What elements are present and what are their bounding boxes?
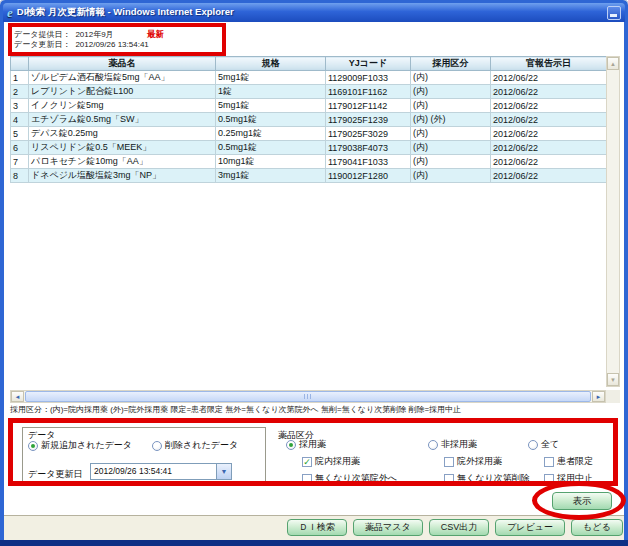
preview-button[interactable]: プレビュー xyxy=(495,519,565,536)
title-bar: e DI検索 月次更新情報 - Windows Internet Explore… xyxy=(3,3,625,22)
cell-notice-date: 2012/06/22 xyxy=(491,127,607,141)
scrollbar-corner xyxy=(606,390,620,403)
column-header-class[interactable]: 採用区分 xyxy=(411,57,491,71)
table-row[interactable]: 3イノクリン錠5mg5mg1錠1179012F1142(内)2012/06/22 xyxy=(11,99,607,113)
checkbox-icon xyxy=(302,474,312,484)
di-search-button[interactable]: ＤＩ検索 xyxy=(287,519,347,536)
cell-adoption-class: (内) xyxy=(411,71,491,85)
cell-spec: 10mg1錠 xyxy=(216,155,326,169)
data-provided-value: 2012年9月 xyxy=(75,30,113,39)
radio-label: 採用薬 xyxy=(299,438,326,451)
column-header-yjcode[interactable]: YJコード xyxy=(326,57,411,71)
row-number: 7 xyxy=(11,155,29,169)
scroll-down-button[interactable]: ▼ xyxy=(607,373,619,386)
cell-notice-date: 2012/06/22 xyxy=(491,155,607,169)
table-row[interactable]: 6リスペリドン錠0.5「MEEK」0.5mg1錠1179038F4073(内)2… xyxy=(11,141,607,155)
cell-yj-code: 1179012F1142 xyxy=(326,99,411,113)
table-row[interactable]: 4エチゾラム錠0.5mg「SW」0.5mg1錠1179025F1239(内) (… xyxy=(11,113,607,127)
adoption-class-legend: 採用区分：(内)=院内採用薬 (外)=院外採用薬 限定=患者限定 無外=無くなり… xyxy=(10,404,616,415)
category-radio-option[interactable]: 採用薬 xyxy=(286,438,397,451)
cell-notice-date: 2012/06/22 xyxy=(491,169,607,183)
checkbox-icon xyxy=(444,457,454,467)
cell-adoption-class: (内) xyxy=(411,169,491,183)
category-checkbox-option[interactable]: 無くなり次第院外へ xyxy=(302,472,397,485)
left-arrow-icon: ◄ xyxy=(15,394,21,400)
row-number: 8 xyxy=(11,169,29,183)
horizontal-scrollbar[interactable]: ◄ ► xyxy=(10,390,606,403)
cell-adoption-class: (内) (外) xyxy=(411,113,491,127)
table-row[interactable]: 8ドネペジル塩酸塩錠3mg「NP」3mg1錠1190012F1280(内)201… xyxy=(11,169,607,183)
category-radio-option[interactable]: 全て xyxy=(528,438,593,451)
cell-yj-code: 1179025F3029 xyxy=(326,127,411,141)
data-updated-line: データ更新日：2012/09/26 13:54:41 xyxy=(14,39,149,50)
data-radio-group: 新規追加されたデータ削除されたデータ xyxy=(28,439,238,452)
category-checkbox-option[interactable]: 患者限定 xyxy=(544,455,593,468)
scroll-right-button[interactable]: ► xyxy=(592,391,605,402)
scroll-up-button[interactable]: ▲ xyxy=(607,57,619,70)
down-arrow-icon: ▼ xyxy=(610,377,616,383)
vertical-scrollbar[interactable]: ▲ ▼ xyxy=(606,56,620,387)
cell-adoption-class: (内) xyxy=(411,155,491,169)
column-header-date[interactable]: 官報告示日 xyxy=(491,57,607,71)
category-column-not-adopted: 非採用薬院外採用薬無くなり次第削除 xyxy=(428,438,530,485)
table-row[interactable]: 5デパス錠0.25mg0.25mg1錠1179025F3029(内)2012/0… xyxy=(11,127,607,141)
cell-drug-name: パロキセチン錠10mg「AA」 xyxy=(29,155,216,169)
back-button[interactable]: もどる xyxy=(571,519,623,536)
cell-yj-code: 1179038F4073 xyxy=(326,141,411,155)
drug-master-button[interactable]: 薬品マスタ xyxy=(353,519,423,536)
combobox-dropdown-button[interactable]: ▼ xyxy=(216,464,231,479)
footer-buttons: ＤＩ検索薬品マスタCSV出力プレビューもどる xyxy=(287,519,623,536)
data-provided-label: データ提供日： xyxy=(14,30,70,39)
row-number: 3 xyxy=(11,99,29,113)
csv-export-button[interactable]: CSV出力 xyxy=(429,519,490,536)
category-checkbox-option[interactable]: 無くなり次第削除 xyxy=(444,472,530,485)
cell-notice-date: 2012/06/22 xyxy=(491,71,607,85)
row-number-header[interactable] xyxy=(11,57,29,71)
scroll-left-button[interactable]: ◄ xyxy=(11,391,24,402)
cell-spec: 1錠 xyxy=(216,85,326,99)
latest-badge: 最新 xyxy=(147,29,164,41)
up-arrow-icon: ▲ xyxy=(610,61,616,67)
column-header-spec[interactable]: 規格 xyxy=(216,57,326,71)
checkbox-label: 患者限定 xyxy=(557,455,593,468)
minimize-button[interactable] xyxy=(607,6,621,20)
minimize-icon xyxy=(610,14,617,17)
checkbox-icon xyxy=(544,474,554,484)
table-row[interactable]: 2レプリントン配合錠L1001錠1169101F1162(内)2012/06/2… xyxy=(11,85,607,99)
cell-adoption-class: (内) xyxy=(411,99,491,113)
horizontal-scroll-thumb[interactable] xyxy=(25,391,591,402)
chevron-down-icon: ▼ xyxy=(221,468,228,475)
data-radio-option[interactable]: 新規追加されたデータ xyxy=(28,439,132,452)
category-column-adopted: 採用薬✓院内採用薬無くなり次第院外へ xyxy=(286,438,397,485)
category-radio-option[interactable]: 非採用薬 xyxy=(428,438,530,451)
table-row[interactable]: 7パロキセチン錠10mg「AA」10mg1錠1179041F1033(内)201… xyxy=(11,155,607,169)
window-title: DI検索 月次更新情報 - Windows Internet Explorer xyxy=(17,6,603,19)
cell-drug-name: ドネペジル塩酸塩錠3mg「NP」 xyxy=(29,169,216,183)
update-date-label: データ更新日 xyxy=(28,468,82,481)
checkbox-label: 無くなり次第院外へ xyxy=(315,472,397,485)
radio-label: 削除されたデータ xyxy=(165,439,238,452)
data-radio-option[interactable]: 削除されたデータ xyxy=(152,439,238,452)
cell-spec: 5mg1錠 xyxy=(216,71,326,85)
cell-yj-code: 1179041F1033 xyxy=(326,155,411,169)
cell-yj-code: 1129009F1033 xyxy=(326,71,411,85)
cell-spec: 0.25mg1錠 xyxy=(216,127,326,141)
window-bottom-edge xyxy=(0,540,628,546)
cell-adoption-class: (内) xyxy=(411,127,491,141)
cell-spec: 3mg1錠 xyxy=(216,169,326,183)
cell-drug-name: デパス錠0.25mg xyxy=(29,127,216,141)
data-updated-value: 2012/09/26 13:54:41 xyxy=(75,40,148,49)
cell-spec: 0.5mg1錠 xyxy=(216,141,326,155)
cell-drug-name: エチゾラム錠0.5mg「SW」 xyxy=(29,113,216,127)
row-number: 6 xyxy=(11,141,29,155)
cell-notice-date: 2012/06/22 xyxy=(491,99,607,113)
column-header-name[interactable]: 薬品名 xyxy=(29,57,216,71)
checkbox-label: 院内採用薬 xyxy=(315,455,360,468)
update-date-combobox[interactable]: 2012/09/26 13:54:41 ▼ xyxy=(90,463,232,480)
table-row[interactable]: 1ゾルピデム酒石酸塩錠5mg「AA」5mg1錠1129009F1033(内)20… xyxy=(11,71,607,85)
category-checkbox-option[interactable]: ✓院内採用薬 xyxy=(302,455,397,468)
category-checkbox-option[interactable]: 院外採用薬 xyxy=(444,455,530,468)
category-checkbox-option[interactable]: 採用中止 xyxy=(544,472,593,485)
display-button[interactable]: 表示 xyxy=(552,492,612,510)
cell-drug-name: ゾルピデム酒石酸塩錠5mg「AA」 xyxy=(29,71,216,85)
